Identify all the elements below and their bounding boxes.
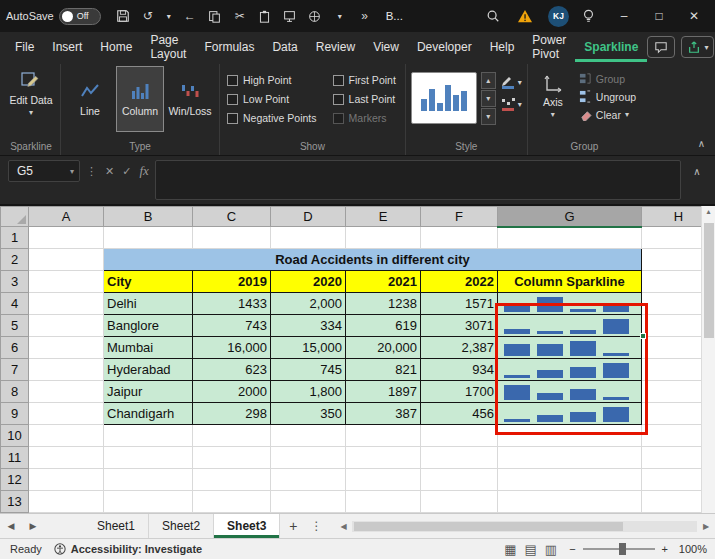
cell-C11[interactable] <box>193 447 271 469</box>
cell-F7[interactable]: 934 <box>421 359 498 381</box>
row-header-11[interactable]: 11 <box>1 447 29 469</box>
cell-F1[interactable] <box>421 227 498 249</box>
high-point-checkbox-box[interactable] <box>227 75 238 86</box>
cell-G11[interactable] <box>498 447 642 469</box>
type-button-column[interactable]: Column <box>116 66 164 132</box>
gallery-down-button[interactable]: ▾ <box>481 90 496 107</box>
zoom-out-icon[interactable]: − <box>569 543 575 555</box>
cell-E7[interactable]: 821 <box>346 359 421 381</box>
menu-tab-developer[interactable]: Developer <box>408 32 481 62</box>
close-button[interactable]: ✕ <box>683 9 705 23</box>
cell-A12[interactable] <box>29 469 104 491</box>
type-button-win-loss[interactable]: Win/Loss <box>166 66 214 132</box>
marker-color-button[interactable]: ▾ <box>500 96 522 112</box>
zoom-in-icon[interactable]: + <box>662 543 668 555</box>
cell-D10[interactable] <box>271 425 346 447</box>
cell-D7[interactable]: 745 <box>271 359 346 381</box>
checkbox-first-point[interactable]: First Point <box>333 74 396 86</box>
menu-tab-page-layout[interactable]: Page Layout <box>141 32 195 62</box>
row-header-3[interactable]: 3 <box>1 271 29 293</box>
cell-A9[interactable] <box>29 403 104 425</box>
cell-E9[interactable]: 387 <box>346 403 421 425</box>
menu-tab-formulas[interactable]: Formulas <box>195 32 263 62</box>
horizontal-scrollbar[interactable]: ◀ ▶ <box>334 514 715 538</box>
hscroll-track[interactable] <box>352 521 697 532</box>
type-button-line[interactable]: Line <box>66 66 114 132</box>
menu-tab-file[interactable]: File <box>6 32 43 62</box>
sheet-tabs-more-icon[interactable]: ⋮ <box>306 514 326 538</box>
save-icon[interactable] <box>115 8 131 24</box>
cell-F8[interactable]: 1700 <box>421 381 498 403</box>
menu-tab-home[interactable]: Home <box>91 32 141 62</box>
cell-F11[interactable] <box>421 447 498 469</box>
sheet-tab-sheet1[interactable]: Sheet1 <box>84 514 149 538</box>
select-all-corner[interactable] <box>1 207 29 227</box>
zoom-slider-thumb[interactable] <box>619 543 626 555</box>
cell-A10[interactable] <box>29 425 104 447</box>
menu-tab-power-pivot[interactable]: Power Pivot <box>523 32 575 62</box>
cell-F13[interactable] <box>421 491 498 513</box>
gallery-more-button[interactable]: ▾ <box>481 108 496 125</box>
row-header-1[interactable]: 1 <box>1 227 29 249</box>
sheet-nav-right-icon[interactable]: ▶ <box>22 514 44 538</box>
undo-chevron-icon[interactable]: ▾ <box>165 8 173 24</box>
fill-handle[interactable] <box>640 333 646 339</box>
cut-icon[interactable]: ✂ <box>232 8 248 24</box>
checkbox-low-point[interactable]: Low Point <box>227 93 317 105</box>
avatar[interactable]: KJ <box>548 6 569 27</box>
name-box-chevron-icon[interactable]: ▾ <box>70 167 79 176</box>
cell-E11[interactable] <box>346 447 421 469</box>
header-cell-E3[interactable]: 2021 <box>346 271 421 293</box>
cancel-icon[interactable]: ✕ <box>105 165 114 178</box>
column-header-C[interactable]: C <box>193 207 271 227</box>
row-header-9[interactable]: 9 <box>1 403 29 425</box>
cell-C1[interactable] <box>193 227 271 249</box>
row-header-6[interactable]: 6 <box>1 337 29 359</box>
style-gallery[interactable] <box>411 72 477 124</box>
cell-G12[interactable] <box>498 469 642 491</box>
cell-A6[interactable] <box>29 337 104 359</box>
cell-A2[interactable] <box>29 249 104 271</box>
row-header-5[interactable]: 5 <box>1 315 29 337</box>
cell-B9[interactable]: Chandigarh <box>104 403 193 425</box>
checkbox-negative-points[interactable]: Negative Points <box>227 112 317 124</box>
comments-button[interactable] <box>647 36 675 58</box>
cell-A3[interactable] <box>29 271 104 293</box>
cell-C12[interactable] <box>193 469 271 491</box>
row-header-8[interactable]: 8 <box>1 381 29 403</box>
cell-C13[interactable] <box>193 491 271 513</box>
cell-B1[interactable] <box>104 227 193 249</box>
column-header-B[interactable]: B <box>104 207 193 227</box>
menu-tab-sparkline[interactable]: Sparkline <box>575 32 647 62</box>
autosave-switch[interactable]: Off <box>59 8 101 25</box>
sparkline-cell-G7[interactable] <box>498 359 642 381</box>
row-header-12[interactable]: 12 <box>1 469 29 491</box>
negative-points-checkbox-box[interactable] <box>227 113 238 124</box>
sheet-nav-left-icon[interactable]: ◀ <box>0 514 22 538</box>
chevron-down-icon[interactable]: ▾ <box>332 8 348 24</box>
cell-B4[interactable]: Delhi <box>104 293 193 315</box>
cell-D13[interactable] <box>271 491 346 513</box>
insert-function-icon[interactable]: fx <box>139 163 148 179</box>
new-sheet-button[interactable]: + <box>280 514 306 538</box>
menu-tab-help[interactable]: Help <box>481 32 524 62</box>
sheet-tab-sheet3[interactable]: Sheet3 <box>214 514 280 538</box>
cell-D1[interactable] <box>271 227 346 249</box>
table-title-cell[interactable]: Road Accidents in different city <box>104 249 642 271</box>
page-break-view-icon[interactable]: ▥ <box>545 542 557 557</box>
cell-B8[interactable]: Jaipur <box>104 381 193 403</box>
edit-data-button[interactable]: Edit Data ▾ <box>7 66 55 117</box>
cell-D11[interactable] <box>271 447 346 469</box>
cell-D4[interactable]: 2,000 <box>271 293 346 315</box>
horizontal-scrollbar-thumb[interactable] <box>354 522 623 531</box>
cell-D5[interactable]: 334 <box>271 315 346 337</box>
cell-B13[interactable] <box>104 491 193 513</box>
hscroll-left-icon[interactable]: ◀ <box>336 522 350 531</box>
cell-A7[interactable] <box>29 359 104 381</box>
share-button[interactable]: ▾ <box>681 36 714 58</box>
first-point-checkbox-box[interactable] <box>333 75 344 86</box>
cell-A4[interactable] <box>29 293 104 315</box>
cell-E4[interactable]: 1238 <box>346 293 421 315</box>
scroll-up-icon[interactable]: ▴ <box>706 207 710 220</box>
cell-A11[interactable] <box>29 447 104 469</box>
